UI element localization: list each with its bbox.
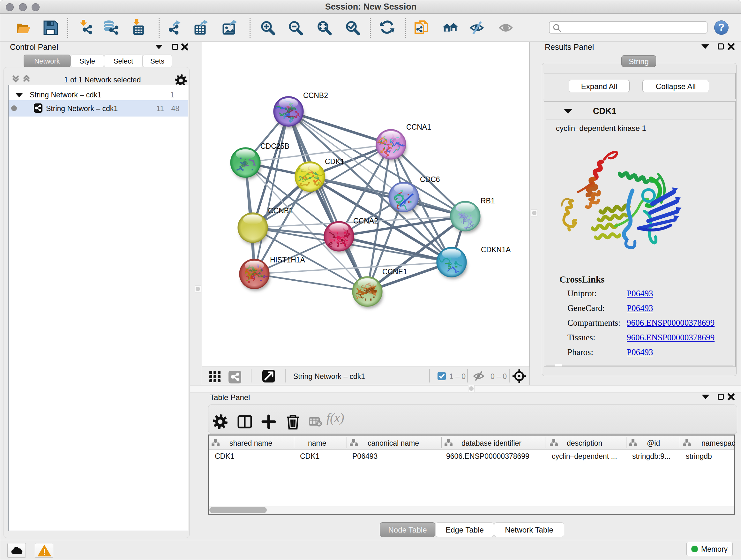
- svg-text:CDKN1A: CDKN1A: [481, 246, 511, 254]
- svg-text:CCNB1: CCNB1: [268, 206, 293, 215]
- svg-text:CDK1: CDK1: [325, 158, 344, 166]
- svg-text:CCNB2: CCNB2: [303, 91, 328, 100]
- svg-text:CDC6: CDC6: [420, 175, 440, 184]
- svg-text:0 – 0: 0 – 0: [490, 372, 507, 381]
- svg-text:HIST1H1A: HIST1H1A: [270, 256, 306, 264]
- svg-text:RB1: RB1: [481, 197, 495, 205]
- svg-text:CDC25B: CDC25B: [260, 142, 289, 150]
- svg-text:CCNA2: CCNA2: [353, 217, 378, 225]
- svg-text:CCNE1: CCNE1: [382, 267, 407, 276]
- svg-text:CCNA1: CCNA1: [406, 123, 431, 131]
- svg-text:1 – 0: 1 – 0: [449, 372, 466, 381]
- svg-text:String Network – cdk1: String Network – cdk1: [293, 372, 365, 381]
